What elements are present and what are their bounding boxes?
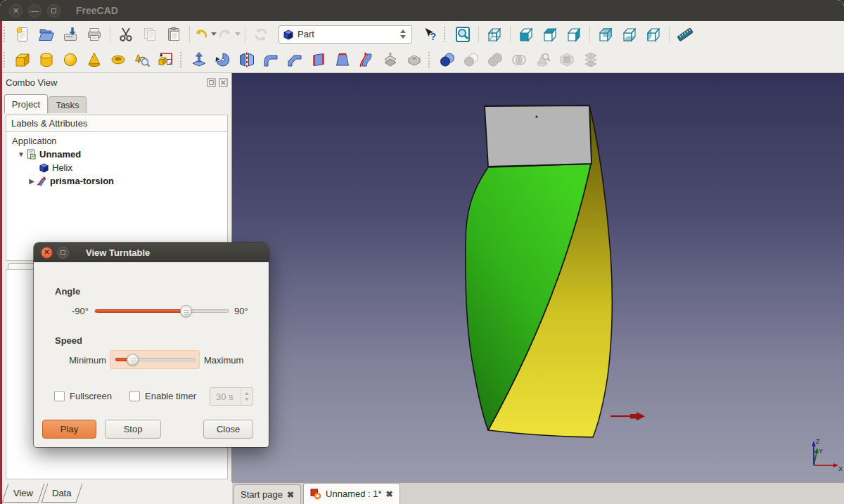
bool-common-button [508,49,530,71]
box-button[interactable] [11,49,34,71]
close-tab-icon[interactable] [386,489,393,499]
tab-data[interactable]: Data [41,484,83,503]
tab-tasks[interactable]: Tasks [49,96,87,113]
measure-button[interactable] [674,23,696,46]
minimize-window-icon[interactable]: — [28,4,41,18]
tree-item-label: Unnamed [39,149,81,160]
view-bottom-button[interactable] [618,23,641,46]
twisted-prism-model[interactable] [232,73,844,482]
fit-all-icon [454,26,471,43]
tree-item-label: Helix [52,162,72,173]
primitives-button[interactable] [131,49,153,71]
toolbar-grip[interactable] [4,27,7,42]
toolbar-separator [510,26,511,43]
view-turntable-dialog[interactable]: ✕ View Turntable Angle -90° 90° Speed Mi… [34,243,269,447]
undo-button[interactable] [194,23,217,46]
loft-button[interactable] [331,49,354,71]
fit-all-button[interactable] [452,23,474,46]
toolbar-grip[interactable] [180,52,184,67]
sphere-button[interactable] [59,49,82,71]
play-button[interactable]: Play [42,420,96,439]
shape-builder-button[interactable] [155,49,177,71]
chamfer-icon [286,51,303,68]
cylinder-icon [38,51,55,68]
redo-button [218,23,241,46]
view-front-button[interactable] [515,23,537,46]
revolve-icon [215,51,231,68]
titlebar[interactable]: ✕ — FreeCAD [0,0,844,21]
view-right-button[interactable] [563,23,585,46]
maximize-window-icon[interactable] [47,4,60,18]
toolbar-grip[interactable] [444,27,447,42]
enable-timer-checkbox[interactable] [129,391,140,401]
speed-slider[interactable] [115,358,196,361]
dialog-titlebar[interactable]: ✕ View Turntable [34,243,269,262]
close-window-icon[interactable]: ✕ [9,4,23,18]
dropdown-caret-icon[interactable] [211,32,217,36]
tree-item-prisma-torsion[interactable]: ▶ prisma-torsion [6,174,227,188]
expander-right-icon[interactable]: ▶ [27,177,37,185]
tree-root-application[interactable]: Application [6,134,227,148]
axis-y-label: Y [819,448,823,455]
sweep-button[interactable] [355,49,378,71]
spinner-arrows-icon[interactable] [241,388,252,405]
axonometric-button[interactable] [483,23,506,46]
expander-down-icon[interactable]: ▼ [16,150,26,158]
tab-view[interactable]: View [2,484,45,503]
cut-button[interactable] [115,23,137,46]
dialog-close-icon[interactable]: ✕ [41,247,53,259]
dialog-maximize-icon[interactable] [57,247,69,259]
offset-button[interactable] [379,49,402,71]
whats-this-button[interactable]: ? [418,23,441,46]
revolve-button[interactable] [212,49,234,71]
boolean-button[interactable] [436,49,459,71]
toolbar-grip[interactable] [4,52,7,67]
new-file-button[interactable] [11,23,34,46]
extrude-button[interactable] [188,49,210,71]
cone-button[interactable] [83,49,106,71]
3d-viewport[interactable]: Z Y X [232,73,844,482]
box-icon [14,51,31,68]
fullscreen-checkbox[interactable] [54,391,65,401]
angle-slider[interactable] [94,309,229,313]
toolbar-grip[interactable] [428,52,432,67]
view-left-icon [645,26,662,43]
save-icon [62,26,79,43]
close-panel-icon[interactable] [219,78,228,87]
float-panel-icon[interactable] [207,78,216,87]
workbench-spinner-icon[interactable] [398,30,408,39]
ruled-surface-button[interactable] [307,49,330,71]
stop-button[interactable]: Stop [105,420,161,439]
torus-button[interactable] [107,49,129,71]
tab-project[interactable]: Project [4,94,48,113]
cylinder-button[interactable] [35,49,58,71]
close-tab-icon[interactable] [287,490,294,500]
paste-button[interactable] [162,23,185,46]
dropdown-caret-icon[interactable] [235,32,241,36]
tab-start-page[interactable]: Start page [234,484,301,504]
close-button[interactable]: Close [203,420,253,439]
tree-item-unnamed[interactable]: ▼ Unnamed [6,148,227,161]
cross-sections-icon [582,51,599,68]
save-button[interactable] [59,23,82,46]
print-button[interactable] [83,23,106,46]
tree-item-helix[interactable]: Helix [6,161,227,174]
view-left-button[interactable] [642,23,665,46]
workbench-selector[interactable]: Part [279,25,412,44]
combo-view-title: Combo View [6,77,57,88]
thickness-icon [406,51,423,68]
mirror-button[interactable] [236,49,258,71]
timer-spinbox[interactable]: 30 s [210,387,253,406]
view-rear-button[interactable] [594,23,617,46]
view-top-button[interactable] [539,23,561,46]
chamfer-button[interactable] [283,49,306,71]
fillet-button[interactable] [260,49,282,71]
tab-unnamed-document[interactable]: Unnamed : 1* [303,483,400,504]
speed-slider-handle[interactable] [127,354,139,366]
angle-slider-handle[interactable] [180,305,192,317]
speed-label: Speed [55,335,82,346]
thickness-button[interactable] [403,49,426,71]
axonometric-icon [486,26,503,43]
axis-triad-indicator: Z Y X [805,434,843,474]
open-folder-button[interactable] [35,23,58,46]
